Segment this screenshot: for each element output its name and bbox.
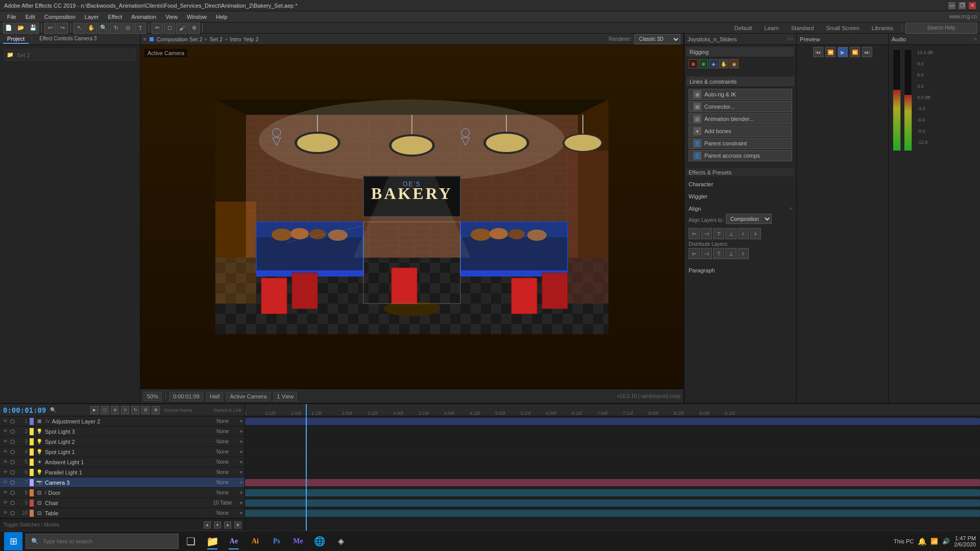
table-row[interactable]: 👁 ◯ 1 ⊞ /fx Adjustment Layer 2 None ▾	[0, 416, 244, 427]
time-display[interactable]: 0:00:01:09	[169, 392, 203, 401]
table-row[interactable]: 👁 ◯ 7 📷 Camera 3 None ▾	[0, 478, 244, 488]
task-view-button[interactable]: ❑	[182, 532, 200, 550]
preview-last-btn[interactable]: ⏭	[862, 47, 872, 57]
menu-view[interactable]: View	[161, 13, 182, 21]
illustrator-button[interactable]: Ai	[246, 532, 264, 550]
solo-icon-5[interactable]: ◯	[10, 460, 15, 465]
rotate-tool[interactable]: ↻	[110, 22, 121, 34]
network-icon[interactable]: 📶	[930, 538, 938, 545]
menu-edit[interactable]: Edit	[21, 13, 39, 21]
tl-btn-1[interactable]: ▶	[90, 406, 99, 414]
zoom-selector[interactable]: 50%	[143, 392, 162, 401]
tl-btn-6[interactable]: ⊟	[141, 406, 150, 414]
vis-icon-7[interactable]: 👁	[2, 480, 8, 486]
rig-btn-3[interactable]: ◈	[709, 59, 718, 68]
table-row[interactable]: 👁 ◯ 3 💡 Spot Light 2 None ▾	[0, 437, 244, 447]
menu-animation[interactable]: Animation	[127, 13, 160, 21]
table-row[interactable]: 👁 ◯ 8 ⊡ / Door None ▾	[0, 488, 244, 498]
bread-yelp[interactable]: Yelp 2	[243, 36, 258, 42]
after-effects-button[interactable]: Ae	[225, 532, 243, 550]
chrome-button[interactable]: 🌐	[310, 532, 329, 550]
tl-btn-5[interactable]: ↻	[131, 406, 139, 414]
time-options-icon[interactable]: 🔍	[50, 407, 56, 413]
search-input[interactable]	[43, 538, 173, 544]
tl-time-display[interactable]: 0:00:01:09	[3, 406, 46, 414]
rig-btn-2[interactable]: ⊕	[699, 59, 708, 68]
tl-foot-btn-4[interactable]: ◈	[234, 521, 241, 529]
vis-icon-5[interactable]: 👁	[2, 459, 8, 465]
close-button[interactable]: ✕	[969, 2, 976, 9]
menu-composition[interactable]: Composition	[40, 13, 80, 21]
connector-btn[interactable]: ⊞ Connector...	[689, 101, 792, 112]
tl-btn-2[interactable]: ◻	[101, 406, 109, 414]
table-row[interactable]: 👁 ◯ 6 💡 Parallel Light 1 None ▾	[0, 467, 244, 478]
tl-btn-3[interactable]: ⊕	[111, 406, 119, 414]
bread-intro[interactable]: Intro	[230, 36, 241, 42]
align-options-icon[interactable]: ≡	[790, 206, 792, 211]
tl-btn-4[interactable]: ⊙	[121, 406, 129, 414]
tl-foot-btn-1[interactable]: ▲	[204, 521, 211, 529]
tl-foot-btn-2[interactable]: ●	[214, 521, 221, 529]
renderer-select[interactable]: Classic 3D	[634, 34, 680, 44]
preview-next-btn[interactable]: ⏩	[850, 47, 860, 57]
tab-project[interactable]: Project	[3, 35, 29, 44]
align-layers-select[interactable]: Composition	[726, 214, 772, 224]
vis-icon-9[interactable]: 👁	[2, 500, 8, 506]
tab-effect-controls[interactable]: Effect Controls Camera 3	[35, 35, 101, 43]
align-right-btn[interactable]: ⊤	[713, 228, 724, 239]
start-button[interactable]: ⊞	[4, 532, 22, 550]
vis-icon-3[interactable]: 👁	[2, 439, 8, 445]
clone-tool[interactable]: ⊕	[188, 22, 200, 34]
rig-btn-4[interactable]: ✋	[719, 59, 728, 68]
solo-icon-7[interactable]: ◯	[10, 480, 15, 485]
solo-icon-6[interactable]: ◯	[10, 470, 15, 475]
pen-tool[interactable]: ✏	[152, 22, 163, 34]
add-bones-btn[interactable]: ✦ Add bones	[689, 126, 792, 137]
menu-window[interactable]: Window	[183, 13, 211, 21]
new-comp-button[interactable]: 📄	[3, 22, 14, 34]
shape-tool[interactable]: ◻	[164, 22, 175, 34]
align-center-h-btn[interactable]: ⊣	[701, 228, 712, 239]
view-count-selector[interactable]: 1 View	[274, 392, 298, 401]
links-header[interactable]: Links & constraints	[687, 77, 794, 87]
table-row[interactable]: 👁 ◯ 10 ⊡ Table None ▾	[0, 508, 244, 518]
solo-icon-2[interactable]: ◯	[10, 429, 15, 434]
workspace-standard[interactable]: Standard	[786, 23, 820, 33]
solo-icon-1[interactable]: ◯	[10, 419, 15, 424]
dist-btn-1[interactable]: ⊢	[689, 248, 700, 259]
workspace-learn[interactable]: Learn	[759, 23, 785, 33]
undo-button[interactable]: ↩	[44, 22, 56, 34]
rigging-header[interactable]: Rigging	[687, 47, 794, 57]
dist-btn-3[interactable]: ⊤	[713, 248, 724, 259]
menu-help[interactable]: Help	[212, 13, 232, 21]
table-row[interactable]: 👁 ◯ 5 ☀ Ambient Light 1 None ▾	[0, 457, 244, 467]
quality-selector[interactable]: Half	[206, 392, 224, 401]
vis-icon-2[interactable]: 👁	[2, 429, 8, 435]
workspace-default[interactable]: Default	[729, 23, 758, 33]
maximize-button[interactable]: ❐	[959, 2, 966, 9]
align-top-btn[interactable]: ⊥	[725, 228, 737, 239]
align-left-btn[interactable]: ⊢	[689, 228, 700, 239]
vis-icon-10[interactable]: 👁	[2, 510, 8, 516]
view-selector[interactable]: Active Camera	[226, 392, 270, 401]
menu-effect[interactable]: Effect	[104, 13, 126, 21]
solo-icon-9[interactable]: ◯	[10, 500, 15, 506]
table-row[interactable]: 👁 ◯ 9 ⊡ Chair 10 Table ▾	[0, 498, 244, 508]
solo-icon-10[interactable]: ◯	[10, 511, 15, 516]
menu-file[interactable]: File	[3, 13, 20, 21]
save-button[interactable]: 💾	[28, 22, 39, 34]
parent-across-comps-btn[interactable]: 👤 Parent accross comps	[689, 150, 792, 161]
hand-tool[interactable]: ✋	[86, 22, 97, 34]
brush-tool[interactable]: 🖌	[176, 22, 187, 34]
parent-constraint-btn[interactable]: 👤 Parent constraint	[689, 138, 792, 149]
notification-icon[interactable]: 🔔	[918, 537, 926, 545]
vis-icon-8[interactable]: 👁	[2, 490, 8, 496]
table-row[interactable]: 👁 ◯ 2 💡 Spot Light 3 None ▾	[0, 427, 244, 437]
dist-btn-2[interactable]: ⊣	[701, 248, 712, 259]
comp-viewport[interactable]: Active Camera	[140, 45, 683, 389]
align-bottom-btn[interactable]: ⊧	[750, 228, 761, 239]
taskbar-search[interactable]: 🔍	[26, 534, 179, 549]
bread-set2[interactable]: Set 2	[210, 36, 223, 42]
vis-icon-4[interactable]: 👁	[2, 449, 8, 455]
preview-play-btn[interactable]: ▶	[838, 47, 848, 57]
